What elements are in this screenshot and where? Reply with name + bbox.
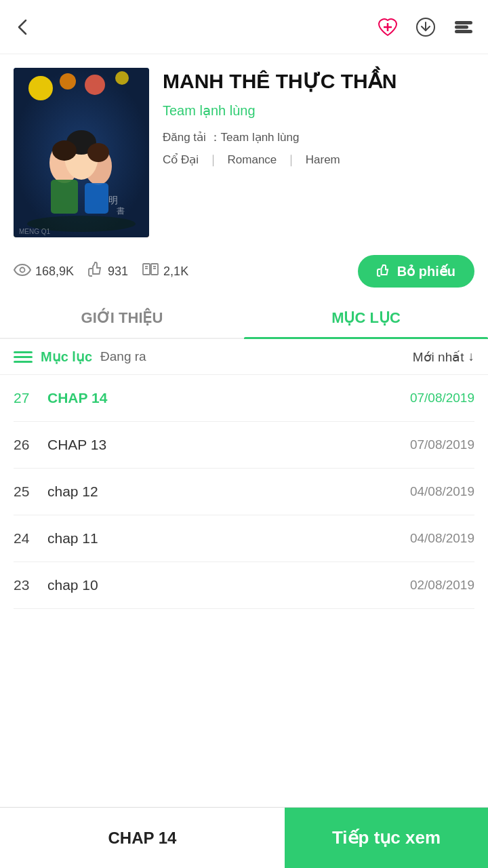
chapter-name: CHAP 13 [47,437,410,453]
svg-rect-4 [455,22,472,24]
chapter-number: 25 [14,484,47,500]
thumb-icon [87,261,104,281]
chapter-date: 04/08/2019 [410,484,474,499]
chapter-row[interactable]: 23 chap 10 02/08/2019 [14,562,474,609]
sort-label: Mới nhất [413,349,464,365]
uploader-name: Team lạnh lùng [221,131,300,144]
svg-point-10 [85,75,105,95]
chapter-name: chap 12 [47,484,410,500]
continue-reading-button[interactable]: Tiếp tục xem [285,808,488,868]
chapter-date: 07/08/2019 [410,391,474,406]
svg-point-16 [52,140,77,161]
tab-intro[interactable]: GIỚI THIỆU [0,298,244,338]
vote-label: Bỏ phiếu [397,263,455,279]
header [0,0,488,54]
vote-button[interactable]: Bỏ phiếu [358,255,474,288]
views-stat: 168,9K [14,262,74,280]
svg-rect-19 [85,183,108,214]
svg-rect-18 [51,180,78,214]
chapter-list: 27 CHAP 14 07/08/2019 26 CHAP 13 07/08/2… [0,375,488,609]
chapter-date: 04/08/2019 [410,531,474,546]
chapter-list-left: Mục lục Đang ra [14,349,146,365]
sort-button[interactable]: Mới nhất ↓ [413,349,474,365]
svg-point-11 [115,71,129,85]
chapter-row[interactable]: 24 chap 11 04/08/2019 [14,515,474,562]
favorite-button[interactable] [377,16,399,38]
menu-bar-1 [14,351,33,353]
stats-bar: 168,9K 931 2,1K Bỏ phiếu [0,248,488,298]
tag-sep-1: ｜ [207,153,219,166]
chapter-number: 24 [14,530,47,547]
manga-details: MANH THÊ THỰC THẦN Team lạnh lùng Đăng t… [163,68,474,167]
likes-count: 931 [108,264,128,279]
chapter-list-header: Mục lục Đang ra Mới nhất ↓ [0,339,488,375]
header-action-icons [377,16,474,38]
chapters-stat: 2,1K [142,262,188,281]
chapter-row[interactable]: 25 chap 12 04/08/2019 [14,469,474,515]
eye-icon [14,262,31,280]
menu-more-button[interactable] [453,16,474,38]
svg-text:MENG Q1: MENG Q1 [19,228,51,235]
menu-bar-3 [14,361,33,363]
download-button[interactable] [415,16,436,38]
back-button[interactable] [14,18,33,37]
svg-rect-5 [455,26,468,28]
tag-sep-2: ｜ [285,153,297,166]
manga-uploader: Đăng tải ：Team lạnh lùng [163,130,474,145]
chapter-number: 26 [14,437,47,453]
svg-text:明: 明 [108,195,118,205]
uploader-label: Đăng tải ： [163,131,221,144]
svg-point-9 [60,73,76,90]
chapter-row[interactable]: 27 CHAP 14 07/08/2019 [14,375,474,422]
svg-point-24 [20,268,25,273]
chapter-date: 02/08/2019 [410,578,474,593]
cover-art: 明 書 MENG Q1 [14,68,149,237]
chapter-number: 23 [14,577,47,593]
current-chapter-label: CHAP 14 [0,808,285,868]
svg-text:書: 書 [117,206,125,216]
svg-rect-6 [455,31,472,33]
tag-3[interactable]: Harem [306,153,340,166]
manga-cover: 明 書 MENG Q1 [14,68,149,237]
svg-point-8 [28,76,53,100]
chapter-date: 07/08/2019 [410,437,474,452]
chapter-name: chap 10 [47,577,410,593]
views-count: 168,9K [35,264,74,279]
book-icon [142,262,159,281]
svg-point-17 [87,143,109,162]
chapter-number: 27 [14,390,47,406]
manga-team[interactable]: Team lạnh lùng [163,102,474,119]
list-menu-icon[interactable] [14,351,33,363]
chapters-count: 2,1K [163,264,188,279]
manga-info-section: 明 書 MENG Q1 MANH THÊ THỰC THẦN Team lạnh… [0,54,488,248]
chapter-name: CHAP 14 [47,390,410,406]
svg-rect-25 [143,264,150,275]
tag-1[interactable]: Cổ Đại [163,153,199,166]
manga-tags: Cổ Đại ｜ Romance ｜ Harem [163,152,474,167]
tag-2[interactable]: Romance [228,153,277,166]
chapter-list-status: Đang ra [100,349,146,364]
sort-icon: ↓ [468,349,475,364]
chapter-name: chap 11 [47,530,410,547]
chapter-list-label[interactable]: Mục lục [41,349,92,365]
svg-rect-26 [151,264,158,275]
manga-title: MANH THÊ THỰC THẦN [163,68,474,94]
tab-toc[interactable]: MỤC LỤC [244,298,488,338]
likes-stat: 931 [87,261,128,281]
chapter-row[interactable]: 26 CHAP 13 07/08/2019 [14,422,474,469]
bottom-bar: CHAP 14 Tiếp tục xem [0,807,488,868]
tab-bar: GIỚI THIỆU MỤC LỤC [0,298,488,339]
menu-bar-2 [14,356,33,358]
